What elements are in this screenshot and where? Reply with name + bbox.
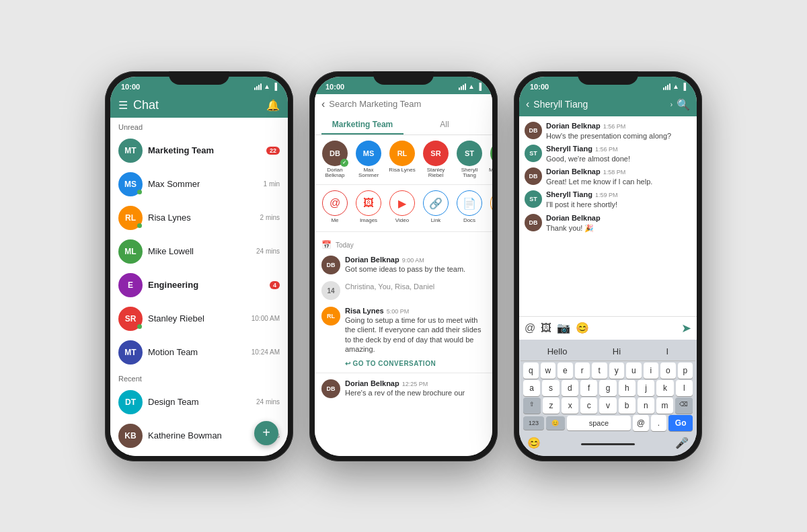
- bell-icon[interactable]: 🔔: [266, 99, 280, 112]
- tab-marketing-team[interactable]: Marketing Team: [321, 116, 404, 135]
- mention-icon[interactable]: @: [525, 322, 535, 334]
- microphone-icon[interactable]: 🎤: [672, 434, 691, 452]
- key-k[interactable]: k: [656, 380, 673, 396]
- list-item[interactable]: ML Mike Lowell 24 mins: [110, 235, 288, 268]
- key-m[interactable]: m: [656, 397, 673, 414]
- image-icon[interactable]: 🖼: [541, 322, 551, 334]
- member-item[interactable]: ML Mike Lowell: [488, 141, 492, 180]
- list-item[interactable]: MT Motion Team 10:24 AM: [110, 336, 288, 369]
- chat-search-icon[interactable]: 🔍: [677, 98, 690, 111]
- list-item[interactable]: RL Risa Lynes 2 mins: [110, 201, 288, 235]
- member-item[interactable]: DB ✓ Dorian Belknap: [320, 141, 350, 180]
- reply-icon: ↩: [345, 360, 351, 367]
- phone-2: 10:00 ▲ ▐ ‹ Marketing TeamAll DB ✓ Doria…: [309, 71, 498, 461]
- key-g[interactable]: g: [599, 380, 616, 396]
- emoji-key[interactable]: 😊: [546, 416, 565, 430]
- chat-meta: Engineering 4: [148, 280, 280, 290]
- numbers-key[interactable]: 123: [523, 416, 544, 430]
- filter-button-video[interactable]: ▶ Video: [387, 190, 417, 223]
- message-item[interactable]: 14 Christina, You, Risa, Daniel: [315, 278, 492, 303]
- key-f[interactable]: f: [580, 380, 597, 396]
- tab-all[interactable]: All: [404, 116, 486, 135]
- key-p[interactable]: p: [678, 363, 693, 379]
- chat-time: 2 mins: [260, 214, 280, 221]
- key-o[interactable]: o: [660, 363, 676, 379]
- keyboard-suggestion[interactable]: I: [661, 345, 675, 358]
- key-j[interactable]: j: [638, 380, 654, 396]
- key-e[interactable]: e: [558, 363, 573, 379]
- message-item[interactable]: DB Dorian Belknap 12:25 PM Here's a rev …: [315, 376, 492, 402]
- message-item[interactable]: DB Dorian Belknap 9:00 AM Got some ideas…: [315, 252, 492, 278]
- key-c[interactable]: c: [580, 397, 597, 414]
- online-indicator: [137, 324, 142, 329]
- key-t[interactable]: t: [592, 363, 607, 379]
- filter-button-me[interactable]: @ Me: [320, 190, 350, 223]
- back-button[interactable]: ‹: [321, 98, 325, 110]
- period-key[interactable]: .: [651, 415, 667, 431]
- go-key[interactable]: Go: [668, 415, 693, 431]
- key-s[interactable]: s: [542, 380, 559, 396]
- key-r[interactable]: r: [575, 363, 590, 379]
- key-z[interactable]: z: [543, 397, 560, 414]
- key-n[interactable]: n: [638, 397, 654, 414]
- key-d[interactable]: d: [562, 380, 578, 396]
- date-label: Today: [336, 241, 354, 249]
- key-a[interactable]: a: [523, 380, 540, 396]
- member-item[interactable]: SR Stanley Riebel: [421, 141, 451, 180]
- chat-time: 24 mins: [256, 398, 280, 406]
- conv-text: How's the presentation coming along?: [546, 131, 691, 141]
- filter-button-images[interactable]: 🖼 Images: [354, 190, 383, 223]
- msg-header: Dorian Belknap 9:00 AM: [345, 256, 486, 264]
- filter-label: Video: [395, 217, 409, 223]
- key-v[interactable]: v: [599, 397, 616, 414]
- key-i[interactable]: i: [644, 363, 659, 379]
- msg-text: Got some ideas to pass by the team.: [345, 264, 486, 274]
- list-item[interactable]: MT Marketing Team 22: [110, 134, 288, 167]
- go-to-conversation-button[interactable]: ↩ GO TO CONVERSATION: [315, 357, 492, 370]
- list-item[interactable]: E Engineering 4: [110, 268, 288, 302]
- list-item[interactable]: SF SF Office 12:30 PM: [110, 453, 288, 456]
- hamburger-icon[interactable]: ☰: [118, 99, 128, 112]
- chat-time: 10:00 AM: [252, 315, 280, 322]
- filter-button-slides[interactable]: 📊 Slides: [488, 190, 492, 223]
- list-item[interactable]: SR Stanley Riebel 10:00 AM: [110, 302, 288, 336]
- conv-meta: Sheryll Tiang 1:56 PM: [546, 145, 691, 153]
- keyboard-bottom-bar: 😊 🎤: [521, 432, 695, 452]
- list-item[interactable]: DT Design Team 24 mins: [110, 385, 288, 419]
- list-item[interactable]: MS Max Sommer 1 min: [110, 167, 288, 201]
- key-h[interactable]: h: [619, 380, 636, 396]
- new-chat-button[interactable]: +: [254, 421, 278, 445]
- keyboard-suggestion[interactable]: Hi: [607, 345, 626, 358]
- search-input[interactable]: [329, 99, 486, 109]
- msg-avatar: DB: [321, 256, 340, 274]
- filter-button-link[interactable]: 🔗 Link: [421, 190, 451, 223]
- member-item[interactable]: MS Max Sommer: [354, 141, 383, 180]
- reaction-icon[interactable]: 😊: [576, 321, 589, 334]
- space-key[interactable]: space: [567, 416, 631, 430]
- camera-icon[interactable]: 📷: [557, 321, 570, 334]
- emoji-picker-icon[interactable]: 😊: [525, 434, 543, 452]
- shift-key[interactable]: ⇧: [523, 397, 541, 414]
- msg-content: Christina, You, Risa, Daniel: [345, 281, 486, 291]
- delete-key[interactable]: ⌫: [675, 397, 693, 414]
- section-label: Recent: [110, 369, 288, 385]
- chat-meta: Mike Lowell 24 mins: [148, 246, 280, 256]
- keyboard-suggestion[interactable]: Hello: [542, 345, 573, 358]
- key-l[interactable]: l: [676, 380, 693, 396]
- chat-meta: Stanley Riebel 10:00 AM: [148, 313, 280, 324]
- key-x[interactable]: x: [562, 397, 578, 414]
- member-item[interactable]: ST Sheryll Tiang: [455, 141, 484, 180]
- filter-button-docs[interactable]: 📄 Docs: [455, 190, 484, 223]
- member-avatar: ST: [457, 141, 482, 166]
- send-button[interactable]: ➤: [681, 321, 691, 336]
- chat-back-button[interactable]: ‹: [526, 98, 529, 110]
- message-item[interactable]: RL Risa Lynes 5:00 PM Going to setup a t…: [315, 303, 492, 357]
- key-y[interactable]: y: [609, 363, 625, 379]
- msg-header: Risa Lynes 5:00 PM: [345, 307, 486, 315]
- key-q[interactable]: q: [523, 363, 539, 379]
- at-key[interactable]: @: [633, 415, 649, 431]
- key-w[interactable]: w: [541, 363, 556, 379]
- member-item[interactable]: RL Risa Lynes: [387, 141, 417, 180]
- key-u[interactable]: u: [626, 363, 642, 379]
- key-b[interactable]: b: [619, 397, 636, 414]
